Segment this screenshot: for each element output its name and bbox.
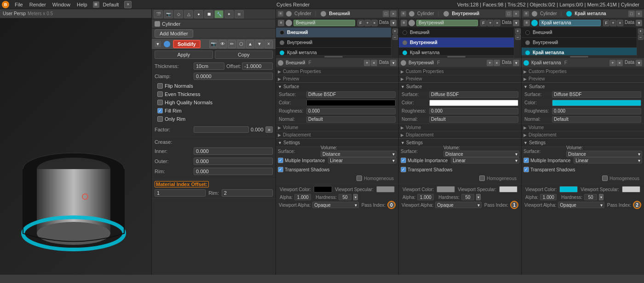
p2-add-btn[interactable]: + <box>515 28 521 34</box>
prop-icon-render[interactable]: 📷 <box>164 10 173 18</box>
prop-icon-scene[interactable]: 🎬 <box>154 10 163 18</box>
p3-add-mat[interactable]: + <box>610 20 616 26</box>
p1-remove-btn[interactable]: − <box>392 34 398 40</box>
modifier-close-btn[interactable]: × <box>264 40 273 48</box>
p2-linear-dropdown[interactable]: Linear▾ <box>451 157 519 164</box>
prop-icon-particles[interactable]: ✦ <box>224 10 234 18</box>
factor-slider[interactable] <box>194 126 249 133</box>
p2-homogeneous-cb[interactable] <box>479 175 485 181</box>
p1-close-btn[interactable]: × <box>390 11 397 17</box>
p1-data-close[interactable]: × <box>371 60 377 66</box>
p2-volume[interactable]: ▶ Volume <box>399 124 521 131</box>
p1-mat-item-1[interactable]: Внешний <box>276 28 391 38</box>
p1-surface-section[interactable]: ▼ Surface <box>276 82 398 91</box>
p1-add-mat[interactable]: + <box>364 20 371 26</box>
p3-mult-imp-cb[interactable] <box>523 158 529 163</box>
p3-volume[interactable]: ▶ Volume <box>522 124 644 131</box>
p2-mat-name-field[interactable]: Внутренний <box>416 20 478 26</box>
p3-close-btn[interactable]: × <box>636 11 642 17</box>
p3-pass-index-circle[interactable]: 2 <box>633 201 641 209</box>
p2-custom-props[interactable]: ▶ Custom Properties <box>399 68 521 75</box>
p2-preview[interactable]: ▶ Preview <box>399 75 521 82</box>
close-workspace-btn[interactable]: × <box>124 1 132 8</box>
p2-surface-section[interactable]: ▼ Surface <box>399 82 521 91</box>
p2-mult-imp-cb[interactable] <box>401 158 406 163</box>
p1-del-mat[interactable]: × <box>371 20 378 26</box>
menu-render[interactable]: Render <box>27 0 49 9</box>
modifier-down-btn[interactable]: ▼ <box>255 40 264 48</box>
p2-pass-index-circle[interactable]: 1 <box>510 201 518 209</box>
p2-vp-color-swatch[interactable] <box>437 186 455 192</box>
p3-add-btn[interactable]: + <box>638 28 644 34</box>
p3-vp-alpha-dropdown[interactable]: Opaque▾ <box>558 202 604 208</box>
p2-active-tab[interactable]: Внутренний <box>452 11 479 16</box>
p3-displacement[interactable]: ▶ Displacement <box>522 131 644 138</box>
p2-icon1[interactable]: ≡ <box>401 20 407 26</box>
p3-data-close[interactable]: × <box>616 60 623 66</box>
flip-normals-checkbox[interactable] <box>157 83 163 89</box>
p3-dist-dropdown[interactable]: Distance▾ <box>566 151 642 157</box>
prop-icon-object[interactable]: ◇ <box>174 10 183 18</box>
p1-data-more[interactable]: ▾ <box>390 60 397 66</box>
p2-menu-icon[interactable]: ≡ <box>401 11 406 17</box>
p3-vp-spec-swatch[interactable] <box>622 186 640 192</box>
rim-num-val[interactable]: 2 <box>222 189 273 197</box>
p3-mat-item-2[interactable]: Внутренний <box>522 38 637 48</box>
outer-value[interactable]: 0.000 <box>194 158 273 165</box>
prop-icon-physics[interactable]: ≋ <box>235 10 244 18</box>
only-rim-checkbox[interactable] <box>157 116 163 122</box>
p1-hardness-val[interactable]: 50 <box>339 194 351 200</box>
p3-remove-btn[interactable]: − <box>638 34 644 40</box>
p1-vp-alpha-dropdown[interactable]: Opaque▾ <box>312 202 358 208</box>
fill-rim-checkbox[interactable] <box>157 108 163 113</box>
menu-window[interactable]: Window <box>50 0 73 9</box>
p3-menu-icon[interactable]: ≡ <box>523 11 529 17</box>
inner-rim-val[interactable]: 1 <box>155 189 206 197</box>
p2-cylinder-tab[interactable]: Cylinder <box>417 11 434 16</box>
p2-hardness-arrow[interactable]: ▾ <box>476 194 481 200</box>
p3-del-mat[interactable]: × <box>617 20 623 26</box>
factor-expand[interactable]: » <box>265 126 273 133</box>
p1-vp-color-swatch[interactable] <box>314 186 332 192</box>
p2-add-mat[interactable]: + <box>487 20 494 26</box>
p2-scroll-bar[interactable] <box>399 55 514 58</box>
p3-preview[interactable]: ▶ Preview <box>522 75 644 82</box>
p3-mat-name-field[interactable]: Край металла <box>539 20 601 26</box>
p2-surface-dropdown[interactable]: Diffuse BSDF <box>429 91 518 98</box>
p2-vp-alpha-dropdown[interactable]: Opaque▾ <box>435 202 481 208</box>
p3-data-more[interactable]: ▾ <box>636 60 642 66</box>
modifier-expand-icon[interactable]: ▼ <box>155 41 161 47</box>
p3-mat-item-1[interactable]: Внешний <box>522 28 637 38</box>
p1-mult-imp-cb[interactable] <box>278 158 283 163</box>
p1-preview[interactable]: ▶ Preview <box>276 75 398 82</box>
rim-value[interactable]: 0.000 <box>194 168 273 175</box>
p1-homogeneous-cb[interactable] <box>356 175 362 181</box>
menu-help[interactable]: Help <box>74 0 90 9</box>
p3-vp-color-swatch[interactable] <box>559 186 578 192</box>
p3-color-swatch[interactable] <box>552 100 641 106</box>
p3-linear-dropdown[interactable]: Linear▾ <box>574 157 642 164</box>
p3-maximize-btn[interactable]: □ <box>628 11 635 17</box>
p1-maximize-btn[interactable]: □ <box>383 11 389 17</box>
p1-roughness-val[interactable]: 0.000 <box>306 108 396 114</box>
p1-add-btn[interactable]: + <box>392 28 398 34</box>
p1-normal-val[interactable]: Default <box>306 116 396 123</box>
p2-maximize-btn[interactable]: □ <box>506 11 512 17</box>
p1-transp-shadow-cb[interactable] <box>278 167 283 172</box>
prop-icon-texture[interactable]: 🔲 <box>204 10 213 18</box>
p2-transp-shadow-cb[interactable] <box>401 167 406 172</box>
p3-transp-shadow-cb[interactable] <box>523 167 529 172</box>
hq-normals-checkbox[interactable] <box>157 100 163 105</box>
p2-close-btn[interactable]: × <box>513 11 519 17</box>
p1-volume[interactable]: ▶ Volume <box>276 124 398 131</box>
inner-value[interactable]: 0.000 <box>194 147 273 155</box>
p1-pass-index-circle[interactable]: 0 <box>387 201 396 209</box>
p3-alpha-val[interactable]: 1.000 <box>540 194 557 200</box>
prop-icon-mesh[interactable]: △ <box>184 10 193 18</box>
p1-active-tab[interactable]: Внешний <box>329 11 350 16</box>
prop-icon-material[interactable]: ● <box>194 10 203 18</box>
offset-value[interactable]: -1.0000 <box>242 62 273 70</box>
p1-dist-dropdown[interactable]: Distance▾ <box>321 151 397 157</box>
modifier-render-btn[interactable]: 📷 <box>209 40 218 48</box>
p3-cylinder-tab[interactable]: Cylinder <box>540 11 557 16</box>
